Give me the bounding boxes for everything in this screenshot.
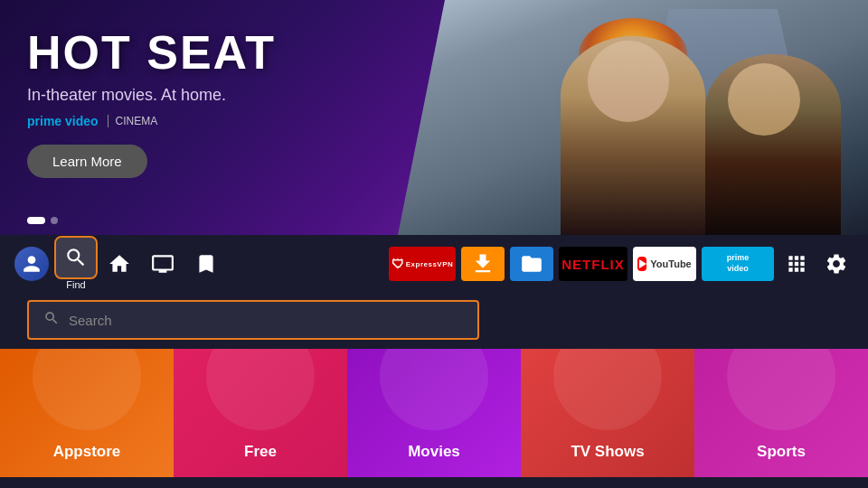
category-sports[interactable]: Sports <box>694 349 868 477</box>
category-appstore-label: Appstore <box>53 443 121 461</box>
hero-title: HOT SEAT <box>27 27 276 79</box>
learn-more-button[interactable]: Learn More <box>27 145 147 178</box>
character-left <box>561 36 705 235</box>
find-label: Find <box>66 279 85 290</box>
youtube-icon <box>637 257 646 271</box>
category-free-label: Free <box>244 443 277 461</box>
hero-subtitle: In-theater movies. At home. <box>27 86 276 105</box>
categories-row: Appstore Free Movies TV Shows Sports <box>0 349 868 477</box>
file-manager-icon <box>520 252 543 276</box>
youtube-label: YouTube <box>650 258 691 269</box>
category-sports-label: Sports <box>757 443 806 461</box>
prime-video-logo: prime video <box>27 114 99 128</box>
downloader-icon <box>470 251 495 277</box>
prime-video-label: primevideo <box>727 253 750 274</box>
navbar: Find 🛡 ExpressVPN <box>0 235 868 293</box>
hero-image <box>398 0 868 235</box>
carousel-dots <box>27 217 58 224</box>
category-movies-label: Movies <box>408 443 460 461</box>
home-nav-icon[interactable] <box>99 244 139 284</box>
settings-button[interactable] <box>819 247 854 281</box>
category-tvshows-label: TV Shows <box>571 443 644 461</box>
category-tvshows[interactable]: TV Shows <box>521 349 694 477</box>
dot-1[interactable] <box>27 217 45 224</box>
search-icon <box>43 310 60 330</box>
category-appstore[interactable]: Appstore <box>0 349 174 477</box>
bookmark-nav-icon[interactable] <box>186 244 226 284</box>
netflix-app[interactable]: NETFLIX <box>559 247 627 281</box>
expressvpn-label: ExpressVPN <box>406 260 454 268</box>
category-movies[interactable]: Movies <box>347 349 521 477</box>
hero-content: HOT SEAT In-theater movies. At home. pri… <box>27 27 276 178</box>
search-bar-container: Search <box>0 293 868 349</box>
cinema-badge: CINEMA <box>108 115 158 127</box>
tv-nav-icon[interactable] <box>143 244 183 284</box>
expressvpn-shield-icon: 🛡 <box>392 257 404 271</box>
youtube-app[interactable]: YouTube <box>633 247 696 281</box>
search-bar[interactable]: Search <box>27 300 479 340</box>
category-free[interactable]: Free <box>174 349 347 477</box>
hero-banner: HOT SEAT In-theater movies. At home. pri… <box>0 0 868 235</box>
settings-icon <box>825 252 848 276</box>
downloader-app[interactable] <box>461 247 505 281</box>
find-nav-item[interactable]: Find <box>56 238 96 290</box>
dot-2[interactable] <box>51 217 58 224</box>
file-manager-app[interactable] <box>510 247 553 281</box>
app-icons-bar: 🛡 ExpressVPN NETFLIX YouTube <box>389 247 854 281</box>
apps-grid-button[interactable] <box>779 247 814 281</box>
netflix-label: NETFLIX <box>561 257 625 272</box>
search-placeholder: Search <box>69 313 112 328</box>
character-right <box>705 54 841 235</box>
expressvpn-app[interactable]: 🛡 ExpressVPN <box>389 247 456 281</box>
prime-video-app[interactable]: primevideo <box>702 247 774 281</box>
search-nav-icon[interactable] <box>56 238 96 277</box>
youtube-play-icon <box>639 259 646 268</box>
apps-grid-icon <box>785 252 808 276</box>
user-avatar[interactable] <box>14 247 49 281</box>
hero-brand: prime video CINEMA <box>27 114 276 128</box>
